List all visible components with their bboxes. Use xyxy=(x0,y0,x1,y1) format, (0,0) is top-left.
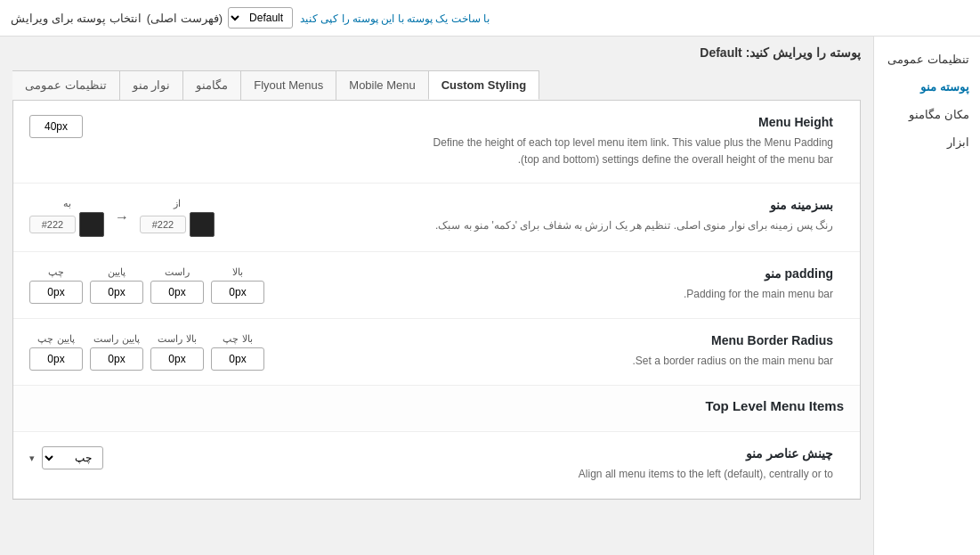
menu-height-left xyxy=(29,115,432,138)
main-content: پوسته را ویرایش کنید: Default تنظیمات عم… xyxy=(0,37,873,555)
sidebar-item-megamenu-location[interactable]: مکان مگامنو xyxy=(874,101,980,128)
top-bar-link[interactable]: با ساخت یک پوسته با این پوسته را کپی کنی… xyxy=(300,12,490,25)
menu-bg-right: بسزمینه منو رنگ پس زمینه برای نوار منوی … xyxy=(432,198,845,234)
top-bar: با ساخت یک پوسته با این پوسته را کپی کنی… xyxy=(0,0,980,37)
color-from-wrap: از #222 xyxy=(140,198,215,237)
theme-select-suffix: (فهرست اصلی) xyxy=(147,12,223,25)
color-from-value: #222 xyxy=(140,216,186,233)
align-section: چپ وسط راست ▾ چینش عناصر منو Align all m… xyxy=(13,432,860,498)
radius-tr-group: بالا راست xyxy=(150,333,204,371)
menu-padding-section: چپ پایین راست بالا xyxy=(13,252,860,319)
border-radius-section: پایین چپ پایین راست بالا راست بالا xyxy=(13,319,860,386)
tab-menu-bar[interactable]: نوار منو xyxy=(119,70,184,100)
radius-bl-group: پایین چپ xyxy=(29,333,83,371)
menu-height-title: Menu Height xyxy=(432,115,834,129)
tab-megamenu[interactable]: مگامنو xyxy=(182,70,241,100)
tab-flyout-menus[interactable]: Flyout Menus xyxy=(240,70,336,100)
menu-bg-left: از #222 → به #222 xyxy=(29,198,432,237)
sidebar-item-general[interactable]: تنظیمات عمومی xyxy=(874,45,980,73)
color-to-value: #222 xyxy=(29,216,76,233)
padding-fields: چپ پایین راست بالا xyxy=(29,266,264,304)
page-edit-title: پوسته را ویرایش کنید: Default xyxy=(12,45,861,60)
padding-left-group: چپ xyxy=(29,266,83,304)
align-title: چینش عناصر منو xyxy=(432,446,834,461)
menu-padding-right: padding منو Padding for the main menu ba… xyxy=(432,266,845,303)
align-desc: Align all menu items to the left (defaul… xyxy=(432,466,834,483)
sidebar-item-tools[interactable]: ابزار xyxy=(874,128,980,156)
menu-height-right: Menu Height Define the height of each to… xyxy=(432,115,845,168)
menu-bg-title: بسزمینه منو xyxy=(432,198,834,212)
border-radius-desc: Set a border radius on the main menu bar… xyxy=(432,353,834,370)
radius-br-group: پایین راست xyxy=(90,333,143,371)
align-left: چپ وسط راست ▾ xyxy=(29,446,432,469)
color-from-row: #222 xyxy=(140,212,215,237)
align-select[interactable]: چپ وسط راست xyxy=(42,446,103,469)
radius-tl-group: بالا چپ xyxy=(211,333,264,371)
border-radius-left: پایین چپ پایین راست بالا راست بالا xyxy=(29,333,432,371)
tab-custom-styling[interactable]: Custom Styling xyxy=(428,70,539,100)
color-to-row: #222 xyxy=(29,212,104,237)
content-wrap: تنظیمات عمومی پوسته منو مکان مگامنو ابزا… xyxy=(0,37,980,555)
padding-bottom-group: پایین xyxy=(90,266,143,304)
align-select-wrap: چپ وسط راست ▾ xyxy=(29,446,103,469)
menu-padding-left: چپ پایین راست بالا xyxy=(29,266,432,304)
radius-tl-input[interactable] xyxy=(211,347,264,371)
radius-tr-input[interactable] xyxy=(150,347,204,371)
align-right: چینش عناصر منو Align all menu items to t… xyxy=(432,446,845,483)
sidebar-item-menu-skin[interactable]: پوسته منو xyxy=(874,73,980,101)
menu-height-section: Menu Height Define the height of each to… xyxy=(13,101,860,184)
padding-top-input[interactable] xyxy=(211,281,264,304)
top-level-header: Top Level Menu Items xyxy=(13,386,860,432)
theme-select[interactable]: Default xyxy=(228,7,293,29)
sidebar: تنظیمات عمومی پوسته منو مکان مگامنو ابزا… xyxy=(873,37,980,555)
theme-label: انتخاب پوسته برای ویرایش xyxy=(11,12,142,25)
color-to-swatch[interactable] xyxy=(79,212,104,237)
arrow-icon: → xyxy=(115,209,129,225)
color-from-swatch[interactable] xyxy=(190,212,215,237)
padding-left-input[interactable] xyxy=(29,281,83,304)
menu-height-desc: Define the height of each top level menu… xyxy=(432,135,834,168)
padding-right-group: راست xyxy=(150,266,204,304)
radius-bl-input[interactable] xyxy=(29,347,83,371)
padding-right-input[interactable] xyxy=(150,281,204,304)
menu-bg-desc: رنگ پس زمینه برای نوار منوی اصلی. تنظیم … xyxy=(432,217,834,234)
border-radius-right: Menu Border Radius Set a border radius o… xyxy=(432,333,845,370)
radius-br-input[interactable] xyxy=(90,347,143,371)
menu-padding-desc: Padding for the main menu bar. xyxy=(432,286,834,303)
menu-padding-title: padding منو xyxy=(432,266,834,281)
menu-height-input[interactable] xyxy=(29,115,83,138)
tab-mobile-menu[interactable]: Mobile Menu xyxy=(336,70,428,100)
border-radius-title: Menu Border Radius xyxy=(432,333,834,347)
tab-general-settings[interactable]: تنظیمات عمومی xyxy=(12,70,120,100)
settings-panel: Menu Height Define the height of each to… xyxy=(12,101,861,500)
tabs: تنظیمات عمومی نوار منو مگامنو Flyout Men… xyxy=(12,70,861,101)
color-to-wrap: به #222 xyxy=(29,198,104,237)
border-radius-fields: پایین چپ پایین راست بالا راست بالا xyxy=(29,333,264,371)
align-chevron: ▾ xyxy=(29,453,35,464)
top-level-title: Top Level Menu Items xyxy=(29,398,844,413)
theme-select-wrap: Default (فهرست اصلی) انتخاب پوسته برای و… xyxy=(11,7,293,29)
padding-bottom-input[interactable] xyxy=(90,281,143,304)
padding-top-group: بالا xyxy=(211,266,264,304)
menu-bg-section: از #222 → به #222 xyxy=(13,184,860,252)
